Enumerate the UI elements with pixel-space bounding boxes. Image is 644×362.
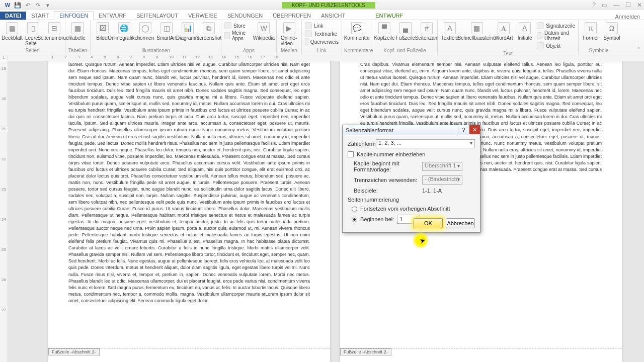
object-button[interactable]: Objekt xyxy=(537,42,575,49)
separator-select: - (Bindestrich) xyxy=(422,175,462,185)
crossref-icon xyxy=(305,38,308,45)
include-chapter-label: Kapitelnummer einbeziehen xyxy=(357,151,425,157)
group-apps-label: Apps xyxy=(223,47,274,54)
online-video-button[interactable]: ▶Online-video xyxy=(279,21,299,47)
numformat-select[interactable]: 1, 2, 3, ... xyxy=(376,139,475,148)
table-button[interactable]: ▦Tabelle xyxy=(67,21,88,42)
signin-link[interactable]: Anmelden xyxy=(615,14,640,20)
myapps-icon xyxy=(224,32,230,39)
word-icon[interactable]: W xyxy=(4,2,11,9)
shapes-button[interactable]: ◯Formen xyxy=(135,21,155,42)
signature-icon xyxy=(537,22,544,29)
maximize-icon[interactable]: ☐ xyxy=(625,2,631,9)
document-area[interactable]: laoreet. Quisque rutrum. Aenean imperdie… xyxy=(8,61,644,362)
tab-references[interactable]: VERWEISE xyxy=(183,12,222,20)
comment-button[interactable]: 💬Kommentar xyxy=(344,21,370,42)
tab-context-design[interactable]: ENTWURF xyxy=(370,12,408,20)
dialog-help-icon[interactable]: ? xyxy=(458,125,469,134)
chapter-style-select: Überschrift 1 xyxy=(422,162,462,171)
store-icon xyxy=(224,22,231,29)
dropcap-button[interactable]: A̲Initiale xyxy=(515,21,535,42)
quickparts-button[interactable]: ▦Schnellbausteine xyxy=(461,21,493,42)
page-break-button[interactable]: ⊟Seitenumbruch xyxy=(44,21,64,42)
group-pages-label: Seiten xyxy=(2,47,63,54)
group-comments-label: Kommentare xyxy=(344,47,370,54)
tab-file[interactable]: DATEI xyxy=(0,12,26,20)
wordart-button[interactable]: 𝐀WordArt xyxy=(494,21,514,42)
vertical-ruler[interactable]: 192021222324252627 xyxy=(0,61,8,362)
datetime-icon xyxy=(537,32,542,39)
close-icon[interactable]: ✕ xyxy=(637,2,642,9)
ribbon-tabs: DATEI START EINFÜGEN ENTWURF SEITENLAYOU… xyxy=(0,10,644,20)
tab-start[interactable]: START xyxy=(26,12,54,20)
group-symbols-label: Symbole xyxy=(581,47,617,54)
tab-view[interactable]: ANSICHT xyxy=(316,12,350,20)
footer-tab-2: Fußzeile -Abschnitt 2- xyxy=(340,348,391,355)
example-label: Beispiele: xyxy=(354,188,419,194)
smartart-button[interactable]: ◫SmartArt xyxy=(156,21,177,42)
dialog-title: Seitenzahlenformat xyxy=(346,127,393,133)
header-button[interactable]: ▀Kopfzeile xyxy=(374,21,394,42)
minimize-icon[interactable]: — xyxy=(613,2,619,9)
group-tables-label: Tabellen xyxy=(67,47,88,54)
object-icon xyxy=(537,42,544,49)
quick-access-toolbar: W 💾 ↶ ↷ ▾ xyxy=(0,2,55,9)
tab-review[interactable]: ÜBERPRÜFEN xyxy=(268,12,316,20)
tab-insert[interactable]: EINFÜGEN xyxy=(54,11,94,20)
context-tab-label: KOPF- UND FUßZEILENTOOLS xyxy=(282,2,375,9)
page-number-format-dialog: Seitenzahlenformat ? ✕ Zahlenformat: 1, … xyxy=(342,125,480,233)
qa-dropdown-icon[interactable]: ▾ xyxy=(44,2,51,9)
numformat-label: Zahlenformat: xyxy=(348,141,373,147)
tab-design[interactable]: ENTWURF xyxy=(94,12,131,20)
screenshot-button[interactable]: ⧉Screenshot xyxy=(199,21,219,42)
cancel-button[interactable]: Abbrechen xyxy=(446,218,475,228)
signature-button[interactable]: Signaturzeile xyxy=(537,22,575,29)
undo-icon[interactable]: ↶ xyxy=(24,2,31,9)
online-pictures-button[interactable]: 🌐Onlinegrafiken xyxy=(114,21,134,42)
horizontal-ruler[interactable]: 123456789101112131415161718 xyxy=(8,55,644,61)
link-icon xyxy=(305,22,312,29)
page-1-body[interactable]: laoreet. Quisque rutrum. Aenean imperdie… xyxy=(48,61,330,333)
ok-button[interactable]: OK xyxy=(414,218,443,228)
footer-zone-1[interactable]: Fußzeile -Abschnitt 2- xyxy=(48,348,330,362)
textbox-button[interactable]: ATextfeld xyxy=(440,21,460,42)
help-icon[interactable]: ? xyxy=(592,2,596,9)
page-1[interactable]: laoreet. Quisque rutrum. Aenean imperdie… xyxy=(48,61,330,362)
myapps-button[interactable]: Meine Apps xyxy=(224,30,252,41)
collapse-ribbon-icon[interactable]: ⌃ xyxy=(636,46,641,53)
footer-tab-1: Fußzeile -Abschnitt 2- xyxy=(48,348,100,355)
ribbon: ▦Deckblatt ▯Leere Seite ⊟Seitenumbruch S… xyxy=(0,20,644,55)
title-bar: W 💾 ↶ ↷ ▾ Dokument2 - Word KOPF- UND FUß… xyxy=(0,0,644,10)
chapter-style-label: Kapitel beginnt mit Formatvorlage: xyxy=(354,160,419,172)
dialog-title-bar[interactable]: Seitenzahlenformat ? ✕ xyxy=(343,125,480,135)
begin-at-label: Beginnen bei: xyxy=(360,216,394,222)
redo-icon[interactable]: ↷ xyxy=(34,2,41,9)
group-headerfooter-label: Kopf- und Fußzeile xyxy=(374,47,435,54)
group-illustrations-label: Illustrationen xyxy=(93,47,219,54)
footer-button[interactable]: ▄Fußzeile xyxy=(395,21,416,42)
store-button[interactable]: Store xyxy=(224,22,252,29)
bookmark-icon xyxy=(305,30,312,37)
pagenum-button[interactable]: #Seitenzahl xyxy=(417,21,437,42)
wikipedia-button[interactable]: WWikipedia xyxy=(254,21,274,42)
dialog-close-icon[interactable]: ✕ xyxy=(469,125,480,134)
begin-at-radio[interactable] xyxy=(352,217,357,222)
footer-zone-2[interactable]: Fußzeile -Abschnitt 2- xyxy=(340,348,622,362)
cover-page-button[interactable]: ▦Deckblatt xyxy=(2,21,22,42)
separator-label: Trennzeichen verwenden: xyxy=(354,177,419,183)
example-value: 1-1, 1-A xyxy=(422,188,442,194)
formula-button[interactable]: πFormel xyxy=(581,21,601,42)
tab-layout[interactable]: SEITENLAYOUT xyxy=(131,12,183,20)
tab-mailings[interactable]: SENDUNGEN xyxy=(222,12,268,20)
bookmark-button[interactable]: Textmarke xyxy=(305,30,339,37)
ribbon-options-icon[interactable]: ▭ xyxy=(602,2,607,9)
datetime-button[interactable]: Datum und Uhrzeit xyxy=(537,30,575,41)
link-button[interactable]: Link xyxy=(305,22,339,29)
chart-button[interactable]: 📊Diagramm xyxy=(178,21,198,42)
symbol-button[interactable]: ΩSymbol xyxy=(602,21,622,42)
include-chapter-checkbox[interactable] xyxy=(348,151,354,157)
save-icon[interactable]: 💾 xyxy=(14,2,21,9)
crossref-button[interactable]: Querverweis xyxy=(305,38,339,45)
blank-page-button[interactable]: ▯Leere Seite xyxy=(23,21,43,47)
continue-radio[interactable] xyxy=(352,206,357,212)
